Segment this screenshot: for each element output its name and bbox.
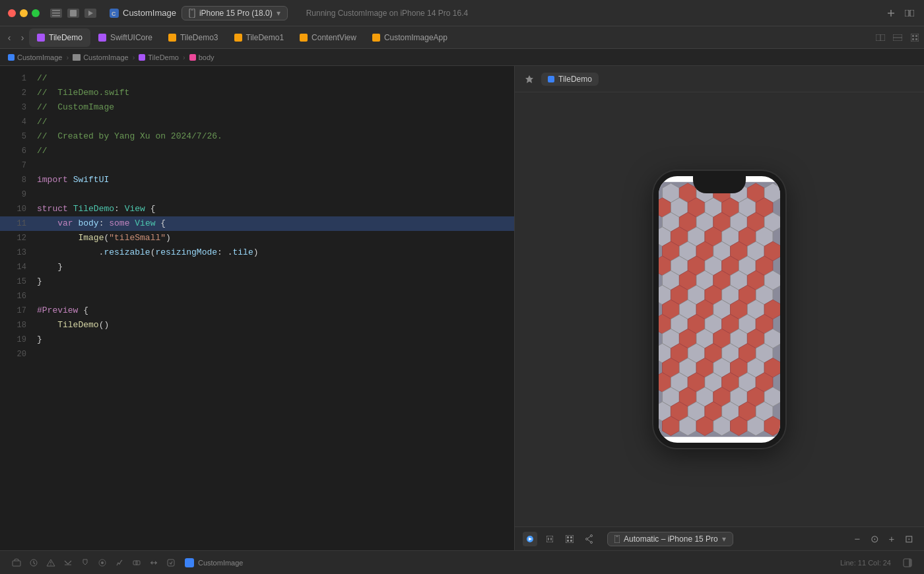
status-icon-8[interactable]: [131, 557, 143, 569]
status-icon-9[interactable]: [148, 557, 160, 569]
code-line-18: 18 TileDemo(): [0, 318, 514, 333]
preview-tab-icon: [548, 76, 554, 82]
status-icon-3[interactable]: [45, 557, 57, 569]
svg-point-166: [50, 564, 51, 565]
svg-rect-12: [910, 10, 914, 16]
svg-rect-17: [911, 34, 919, 42]
tab-right-buttons: [874, 31, 921, 44]
code-line-16: 16: [0, 289, 514, 303]
stop-button[interactable]: [67, 9, 79, 18]
app-icon: [185, 558, 194, 567]
svg-rect-177: [909, 559, 911, 567]
svg-rect-145: [546, 536, 553, 542]
split-view-button[interactable]: [903, 7, 916, 20]
tab-forward-button[interactable]: ›: [16, 31, 29, 44]
svg-rect-3: [70, 10, 77, 16]
phone-notch: [693, 176, 746, 193]
code-lines: 1 // 2 // TileDemo.swift 3 // CustomImag…: [0, 66, 514, 367]
svg-rect-150: [570, 536, 572, 538]
cursor-position: Line: 11 Col: 24: [840, 559, 891, 567]
code-line-15: 15 }: [0, 274, 514, 289]
title-bar-center: C CustomImage iPhone 15 Pro (18.0) ▾ Run…: [110, 6, 879, 20]
inspect-button[interactable]: [562, 532, 577, 546]
code-line-10: 10 struct TileDemo: View {: [0, 202, 514, 216]
tab-icon-tiledemo1: [234, 34, 242, 42]
status-bar: CustomImage Line: 11 Col: 24: [0, 550, 924, 574]
svg-rect-20: [912, 38, 914, 40]
project-title: C CustomImage: [110, 8, 176, 18]
pause-preview-button[interactable]: [543, 532, 557, 546]
tab-customimageapp[interactable]: CustomImageApp: [364, 28, 455, 47]
canvas-button[interactable]: [908, 31, 921, 44]
breadcrumb-item-folder[interactable]: CustomImage: [73, 53, 128, 61]
svg-rect-21: [915, 38, 917, 40]
tab-swiftuicore[interactable]: SwiftUICore: [90, 28, 160, 47]
tab-tiledemo1[interactable]: TileDemo1: [226, 28, 292, 47]
zoom-controls: − ⊙ + ⊡: [850, 532, 916, 546]
hex-pattern: [659, 176, 780, 443]
svg-rect-18: [912, 35, 914, 37]
maximize-button[interactable]: [32, 9, 40, 17]
breadcrumb-item-file[interactable]: TileDemo: [139, 53, 179, 61]
tab-icon-tiledemo: [37, 34, 45, 42]
preview-panel: TileDemo: [515, 66, 924, 550]
phone-screen: [659, 176, 780, 443]
window-controls: [50, 9, 96, 18]
svg-rect-170: [133, 561, 137, 565]
status-icon-4[interactable]: [62, 557, 74, 569]
svg-rect-151: [567, 540, 569, 542]
device-selector[interactable]: iPhone 15 Pro (18.0) ▾: [182, 6, 288, 20]
add-tab-button[interactable]: [884, 7, 898, 20]
tab-contentview[interactable]: ContentView: [292, 28, 364, 47]
status-icon-5[interactable]: [79, 557, 91, 569]
tab-tiledemo3[interactable]: TileDemo3: [160, 28, 226, 47]
play-button[interactable]: [84, 9, 96, 18]
minimize-button[interactable]: [20, 9, 28, 17]
breadcrumb: CustomImage › CustomImage › TileDemo › b…: [0, 49, 924, 66]
tab-icon-swiftuicore: [98, 34, 106, 42]
status-icon-6[interactable]: [96, 557, 108, 569]
editor-layout-button[interactable]: [891, 31, 904, 44]
code-editor[interactable]: 1 // 2 // TileDemo.swift 3 // CustomImag…: [0, 66, 515, 550]
device-menu[interactable]: Automatic – iPhone 15 Pro ▾: [607, 532, 733, 546]
breadcrumb-item-symbol[interactable]: body: [189, 53, 214, 61]
svg-rect-159: [616, 536, 618, 536]
inspector-toggle-button[interactable]: [902, 557, 913, 569]
zoom-fit-button[interactable]: ⊡: [902, 532, 916, 546]
phone-frame: [653, 171, 785, 448]
tab-icon-customimageapp: [372, 34, 380, 42]
svg-line-163: [34, 563, 35, 564]
symbol-icon: [189, 54, 196, 61]
preview-tab[interactable]: TileDemo: [541, 73, 599, 86]
close-button[interactable]: [8, 9, 16, 17]
svg-rect-0: [52, 10, 60, 11]
tab-tiledemo[interactable]: TileDemo: [29, 28, 90, 47]
status-icon-2[interactable]: [28, 557, 40, 569]
pin-button[interactable]: [523, 73, 536, 86]
zoom-out-button[interactable]: −: [850, 532, 865, 546]
status-icon-1[interactable]: [11, 557, 22, 569]
code-line-2: 2 // TileDemo.swift: [0, 86, 514, 100]
status-icon-10[interactable]: [165, 557, 177, 569]
code-line-20: 20: [0, 347, 514, 362]
breadcrumb-item-project[interactable]: CustomImage: [8, 53, 62, 61]
svg-rect-160: [13, 561, 20, 566]
zoom-reset-button[interactable]: ⊙: [867, 532, 882, 546]
svg-rect-19: [915, 35, 917, 37]
code-line-19: 19 }: [0, 333, 514, 347]
status-icon-7[interactable]: [114, 557, 125, 569]
tab-back-button[interactable]: ‹: [3, 31, 16, 44]
svg-point-168: [101, 561, 104, 564]
tab-bar: ‹ › TileDemo SwiftUICore TileDemo3 TileD…: [0, 26, 924, 49]
svg-rect-171: [136, 561, 140, 565]
sidebar-toggle-button[interactable]: [50, 9, 62, 18]
code-line-5: 5 // Created by Yang Xu on 2024/7/26.: [0, 129, 514, 144]
code-line-17: 17 #Preview {: [0, 303, 514, 318]
title-bar: C CustomImage iPhone 15 Pro (18.0) ▾ Run…: [0, 0, 924, 26]
play-preview-button[interactable]: [523, 532, 537, 546]
zoom-in-button[interactable]: +: [884, 532, 899, 546]
tab-icon-tiledemo3: [168, 34, 176, 42]
project-icon: [8, 54, 15, 61]
share-button[interactable]: [582, 532, 597, 546]
split-editor-button[interactable]: [874, 31, 887, 44]
